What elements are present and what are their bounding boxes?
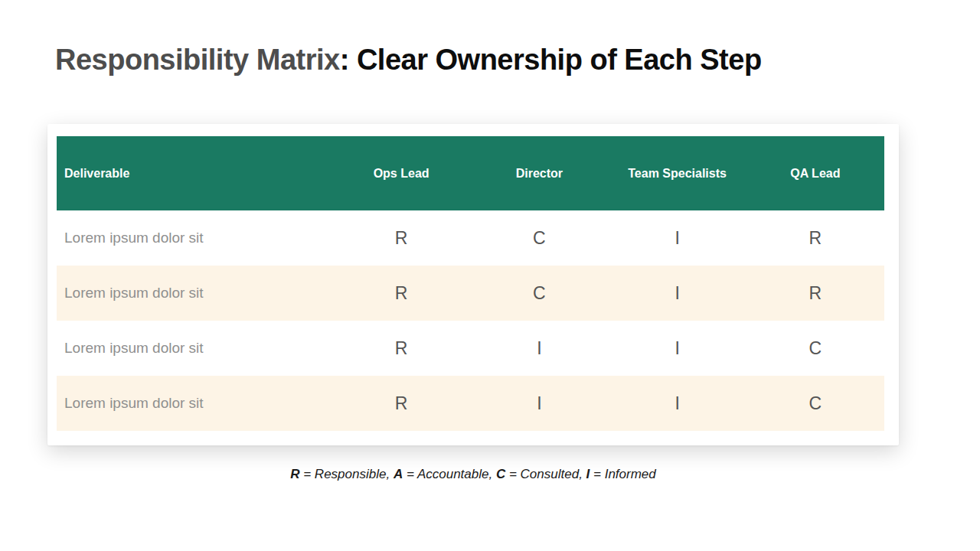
column-header-deliverable: Deliverable xyxy=(57,136,332,210)
table-row: Lorem ipsum dolor sitRCIR xyxy=(57,266,884,321)
raci-cell: R xyxy=(746,266,884,321)
table-row: Lorem ipsum dolor sitRIIC xyxy=(57,376,884,431)
page-title-prefix: Responsibility Matrix xyxy=(55,44,340,76)
column-header-director: Director xyxy=(470,136,608,210)
table-row: Lorem ipsum dolor sitRIIC xyxy=(57,321,884,376)
raci-cell: I xyxy=(608,266,746,321)
raci-cell: I xyxy=(608,321,746,376)
deliverable-cell: Lorem ipsum dolor sit xyxy=(57,210,332,266)
raci-legend: R = Responsible, A = Accountable, C = Co… xyxy=(47,467,899,482)
page-title-emphasis: : Clear Ownership of Each Step xyxy=(340,44,762,76)
legend-definition: = Informed xyxy=(590,467,655,481)
deliverable-cell: Lorem ipsum dolor sit xyxy=(57,266,332,321)
column-header-team-specialists: Team Specialists xyxy=(608,136,746,210)
deliverable-cell: Lorem ipsum dolor sit xyxy=(57,376,332,431)
raci-cell: R xyxy=(332,266,470,321)
raci-cell: R xyxy=(746,210,884,266)
raci-cell: C xyxy=(746,376,884,431)
raci-cell: R xyxy=(332,321,470,376)
column-header-ops-lead: Ops Lead xyxy=(332,136,470,210)
column-header-qa-lead: QA Lead xyxy=(746,136,884,210)
raci-cell: C xyxy=(470,210,608,266)
legend-key: C xyxy=(496,467,505,481)
page-title: Responsibility Matrix: Clear Ownership o… xyxy=(55,42,762,77)
matrix-card: DeliverableOps LeadDirectorTeam Speciali… xyxy=(47,124,899,445)
raci-cell: I xyxy=(470,376,608,431)
slide: Responsibility Matrix: Clear Ownership o… xyxy=(0,0,980,551)
table-header-row: DeliverableOps LeadDirectorTeam Speciali… xyxy=(57,136,884,210)
raci-cell: I xyxy=(608,376,746,431)
legend-definition: = Responsible, xyxy=(299,467,393,481)
raci-cell: I xyxy=(608,210,746,266)
raci-cell: R xyxy=(332,210,470,266)
raci-cell: I xyxy=(470,321,608,376)
table-row: Lorem ipsum dolor sitRCIR xyxy=(57,210,884,266)
legend-key: R xyxy=(290,467,299,481)
deliverable-cell: Lorem ipsum dolor sit xyxy=(57,321,332,376)
raci-cell: C xyxy=(746,321,884,376)
legend-definition: = Consulted, xyxy=(505,467,586,481)
legend-key: A xyxy=(394,467,403,481)
raci-cell: C xyxy=(470,266,608,321)
raci-cell: R xyxy=(332,376,470,431)
responsibility-matrix-table: DeliverableOps LeadDirectorTeam Speciali… xyxy=(57,136,884,431)
legend-definition: = Accountable, xyxy=(403,467,496,481)
